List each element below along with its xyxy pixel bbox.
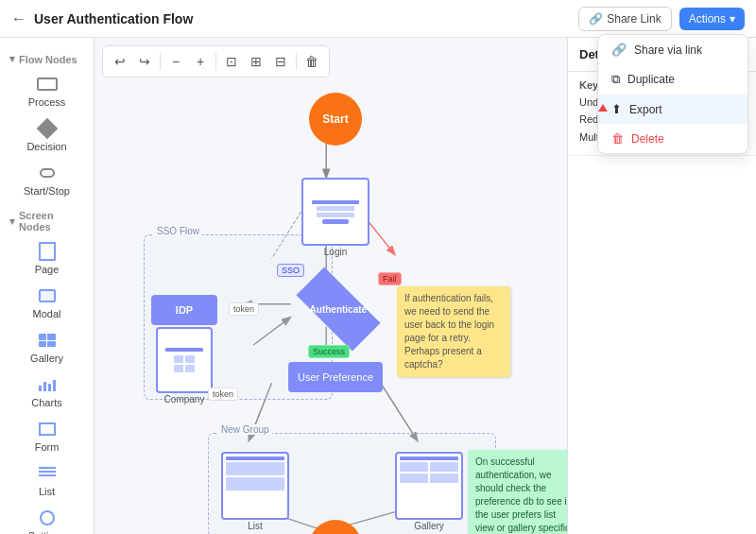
startstop-icon <box>34 164 60 182</box>
sidebar-item-process[interactable]: Process <box>0 69 94 113</box>
gallery-node-content <box>397 454 461 518</box>
toolbar-separator-3 <box>296 53 297 70</box>
toolbar-separator-1 <box>160 53 161 70</box>
screen-nodes-section-header: ▾ Screen Nodes <box>0 202 94 236</box>
decision-icon <box>34 119 60 138</box>
company-label: Company <box>164 394 205 405</box>
login-label: Login <box>324 247 347 257</box>
login-node[interactable]: Login <box>301 178 369 246</box>
page-icon <box>34 242 60 261</box>
form-icon <box>34 420 60 439</box>
delete-selected-button[interactable]: 🗑 <box>301 50 323 73</box>
auth-fail-note: If authentication fails, we need to send… <box>397 286 510 377</box>
modal-icon <box>34 286 60 305</box>
fit-button[interactable]: ⊡ <box>220 50 243 73</box>
canvas-area[interactable]: ↩ ↪ − + ⊡ ⊞ ⊟ 🗑 <box>94 38 567 534</box>
flow-nodes-section-header: ▾ Flow Nodes <box>0 45 94 69</box>
login-bar <box>312 200 359 204</box>
sidebar-item-gallery[interactable]: Gallery <box>0 325 94 370</box>
login-btn <box>322 219 349 224</box>
duplicate-icon: ⧉ <box>611 72 620 87</box>
gallery-note: On successful authentication, we should … <box>468 450 567 534</box>
back-button[interactable]: ← <box>11 10 26 27</box>
flow-diagram: SSO Flow New Group Start Login <box>94 83 567 534</box>
frame-button[interactable]: ⊟ <box>269 50 292 73</box>
page-title: User Authentication Flow <box>34 11 193 26</box>
undo-button[interactable]: ↩ <box>109 50 131 73</box>
charts-icon <box>34 375 60 394</box>
dropdown-share-via-link[interactable]: 🔗 Share via link <box>598 35 747 64</box>
redo-button[interactable]: ↪ <box>133 50 156 73</box>
canvas-toolbar: ↩ ↪ − + ⊡ ⊞ ⊟ 🗑 <box>102 45 330 78</box>
company-row-1 <box>174 355 195 363</box>
userpref-node[interactable]: User Preference <box>288 362 383 392</box>
sidebar-item-modal[interactable]: Modal <box>0 281 94 325</box>
sidebar-item-page[interactable]: Page <box>0 236 94 281</box>
list-icon <box>34 464 60 483</box>
zoom-out-button[interactable]: − <box>164 50 187 73</box>
share-icon: 🔗 <box>589 12 603 26</box>
company-row-2 <box>174 365 195 372</box>
actions-dropdown: 🔗 Share via link ⧉ Duplicate ⬆ Export 🗑 … <box>597 34 748 154</box>
gallery-node[interactable]: Gallery <box>395 452 463 520</box>
dropdown-export[interactable]: ⬆ Export <box>598 95 747 124</box>
login-node-inner <box>312 200 359 224</box>
sso-badge: SSO <box>277 264 304 277</box>
login-field-1 <box>317 206 354 211</box>
login-field-2 <box>317 213 354 217</box>
sidebar-item-charts[interactable]: Charts <box>0 370 94 414</box>
delete-icon: 🗑 <box>611 131 624 146</box>
sidebar-item-decision[interactable]: Decision <box>0 113 94 158</box>
dropdown-duplicate[interactable]: ⧉ Duplicate <box>598 64 747 95</box>
sidebar: ▾ Flow Nodes Process Decision Start/Stop… <box>0 38 94 534</box>
dropdown-delete[interactable]: 🗑 Delete <box>598 124 747 153</box>
sidebar-item-form[interactable]: Form <box>0 414 94 458</box>
share-link-button[interactable]: 🔗 Share Link <box>578 7 671 31</box>
sidebar-item-list[interactable]: List <box>0 458 94 503</box>
start-node[interactable]: Start <box>309 93 362 146</box>
token-label-2: token <box>208 388 238 401</box>
export-icon: ⬆ <box>611 102 622 116</box>
list-node[interactable]: List <box>221 452 289 520</box>
sso-flow-label: SSO Flow <box>154 226 202 236</box>
actions-button[interactable]: Actions ▾ <box>679 8 745 30</box>
company-node[interactable]: Company <box>156 327 213 393</box>
chevron-down-icon: ▾ <box>9 53 15 65</box>
company-bar <box>165 348 203 352</box>
list-label: List <box>248 521 263 531</box>
company-inner <box>165 348 203 372</box>
token-label-1: token <box>229 302 259 316</box>
share-via-link-icon: 🔗 <box>611 43 627 57</box>
toolbar-separator-2 <box>215 53 216 70</box>
list-node-content <box>223 454 287 518</box>
idp-node[interactable]: IDP <box>151 295 217 325</box>
new-group-label: New Group <box>218 424 272 435</box>
gallery-label: Gallery <box>414 521 444 531</box>
settings-icon <box>34 508 60 527</box>
fail-label: Fail <box>378 272 402 285</box>
svg-line-10 <box>381 383 417 440</box>
sidebar-item-settings[interactable]: Settings <box>0 503 94 534</box>
process-icon <box>34 75 60 94</box>
export-arrow-indicator <box>598 104 608 112</box>
chevron-down-icon-screen: ▾ <box>9 215 15 228</box>
app-header: ← User Authentication Flow 🔗 Share Link … <box>0 0 756 38</box>
header-right: 🔗 Share Link Actions ▾ <box>578 7 745 31</box>
success-label: Success <box>308 345 350 358</box>
zoom-in-button[interactable]: + <box>189 50 212 73</box>
grid-button[interactable]: ⊞ <box>245 50 267 73</box>
gallery-icon <box>34 331 60 350</box>
sidebar-item-startstop[interactable]: Start/Stop <box>0 158 94 202</box>
header-left: ← User Authentication Flow <box>11 10 193 27</box>
